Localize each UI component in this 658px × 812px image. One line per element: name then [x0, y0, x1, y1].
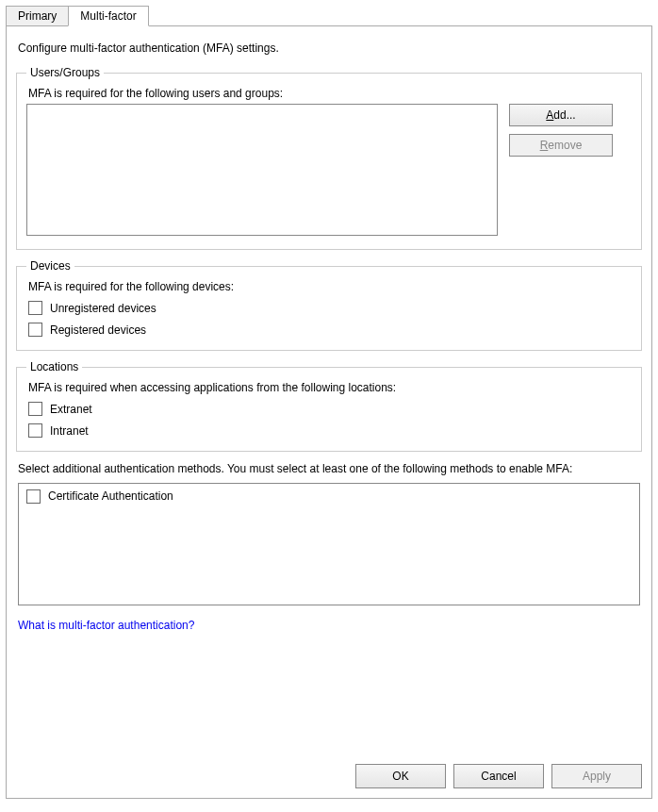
tab-multifactor[interactable]: Multi-factor — [68, 6, 148, 26]
locations-legend: Locations — [26, 360, 82, 373]
certificate-auth-label: Certificate Authentication — [48, 489, 173, 503]
users-groups-fieldset: Users/Groups MFA is required for the fol… — [16, 66, 642, 250]
add-button[interactable]: Add... — [509, 104, 613, 126]
tab-panel-multifactor: Configure multi-factor authentication (M… — [6, 25, 652, 799]
ok-button[interactable]: OK — [355, 764, 446, 788]
dialog-footer: OK Cancel Apply — [355, 764, 642, 788]
auth-methods-listbox[interactable]: Certificate Authentication — [18, 483, 640, 605]
locations-desc: MFA is required when accessing applicati… — [28, 381, 632, 394]
apply-button: Apply — [551, 764, 642, 788]
intranet-checkbox[interactable] — [28, 423, 42, 438]
certificate-auth-checkbox[interactable] — [26, 489, 41, 504]
intranet-label: Intranet — [50, 424, 89, 438]
registered-devices-label: Registered devices — [50, 323, 146, 337]
users-groups-legend: Users/Groups — [26, 66, 104, 79]
extranet-label: Extranet — [50, 403, 92, 416]
help-link-mfa[interactable]: What is multi-factor authentication? — [18, 619, 194, 632]
unregistered-devices-label: Unregistered devices — [50, 302, 156, 315]
users-groups-listbox[interactable] — [26, 104, 498, 236]
extranet-checkbox[interactable] — [28, 402, 42, 416]
cancel-button[interactable]: Cancel — [453, 764, 544, 788]
unregistered-devices-checkbox[interactable] — [28, 301, 42, 315]
auth-methods-desc: Select additional authentication methods… — [18, 461, 640, 477]
devices-desc: MFA is required for the following device… — [28, 280, 632, 293]
registered-devices-checkbox[interactable] — [28, 323, 42, 337]
tab-primary[interactable]: Primary — [6, 6, 69, 26]
devices-legend: Devices — [26, 259, 74, 273]
locations-fieldset: Locations MFA is required when accessing… — [16, 360, 642, 452]
panel-description: Configure multi-factor authentication (M… — [18, 41, 640, 55]
devices-fieldset: Devices MFA is required for the followin… — [16, 259, 642, 351]
tab-strip: Primary Multi-factor — [6, 6, 652, 26]
remove-button: Remove — [509, 134, 613, 157]
users-groups-desc: MFA is required for the following users … — [28, 87, 632, 100]
